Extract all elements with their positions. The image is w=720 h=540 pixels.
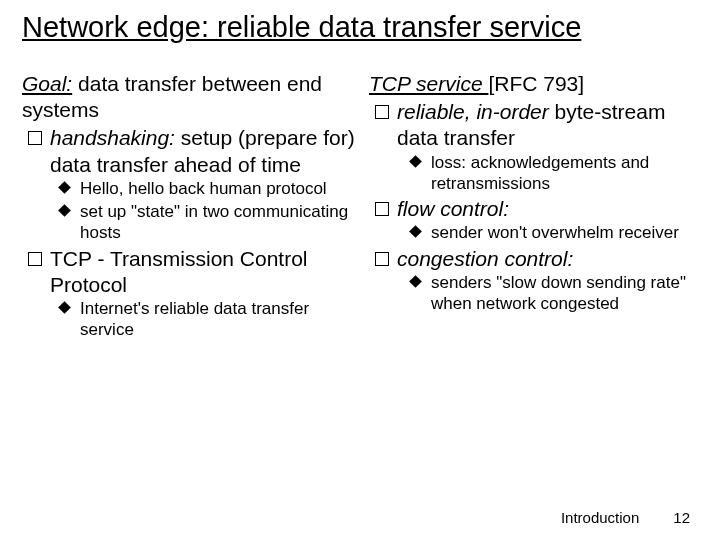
goal-label: Goal: bbox=[22, 72, 72, 95]
reliable-em: reliable, in-order bbox=[397, 100, 549, 123]
tcp-service-label: TCP service bbox=[369, 72, 488, 95]
sub-state-a: set up bbox=[80, 202, 131, 221]
flow-sublist: sender won't overwhelm receiver bbox=[401, 222, 702, 243]
sub-loss: loss: acknowledgements and retransmissio… bbox=[411, 152, 702, 195]
left-item-tcp: TCP - Transmission Control Protocol Inte… bbox=[28, 246, 355, 341]
right-item-congestion: congestion control: senders "slow down s… bbox=[375, 246, 702, 315]
content-columns: Goal: data transfer between end systems … bbox=[22, 71, 702, 343]
tcp-service-rfc: [RFC 793] bbox=[488, 72, 584, 95]
left-list: handshaking: setup (prepare for) data tr… bbox=[22, 125, 355, 340]
sub-sender-overwhelm: sender won't overwhelm receiver bbox=[411, 222, 702, 243]
flow-text: flow control: bbox=[397, 197, 509, 220]
congestion-text: congestion control: bbox=[397, 247, 573, 270]
left-column: Goal: data transfer between end systems … bbox=[22, 71, 355, 343]
page-number: 12 bbox=[673, 509, 690, 526]
left-item-handshaking: handshaking: setup (prepare for) data tr… bbox=[28, 125, 355, 243]
sub-slow-down: senders "slow down sending rate" when ne… bbox=[411, 272, 702, 315]
sub-state-q: "state" bbox=[131, 202, 180, 221]
right-column: TCP service [RFC 793] reliable, in-order… bbox=[369, 71, 702, 343]
footer: Introduction 12 bbox=[561, 509, 690, 526]
sub-hello: Hello, hello back human protocol bbox=[60, 178, 355, 199]
congestion-sublist: senders "slow down sending rate" when ne… bbox=[401, 272, 702, 315]
sub-state: set up "state" in two communicating host… bbox=[60, 201, 355, 244]
slide-title: Network edge: reliable data transfer ser… bbox=[22, 10, 702, 45]
goal-line: Goal: data transfer between end systems bbox=[22, 71, 355, 124]
handshaking-sublist: Hello, hello back human protocol set up … bbox=[50, 178, 355, 244]
right-item-reliable: reliable, in-order byte-stream data tran… bbox=[375, 99, 702, 194]
handshaking-em: handshaking: bbox=[50, 126, 175, 149]
footer-label: Introduction bbox=[561, 509, 639, 526]
sub-internet-reliable: Internet's reliable data transfer servic… bbox=[60, 298, 355, 341]
tcp-sublist: Internet's reliable data transfer servic… bbox=[50, 298, 355, 341]
tcp-text: TCP - Transmission Control Protocol bbox=[50, 247, 308, 296]
right-list: reliable, in-order byte-stream data tran… bbox=[369, 99, 702, 314]
right-item-flow: flow control: sender won't overwhelm rec… bbox=[375, 196, 702, 244]
reliable-sublist: loss: acknowledgements and retransmissio… bbox=[401, 152, 702, 195]
tcp-service-header: TCP service [RFC 793] bbox=[369, 71, 702, 97]
